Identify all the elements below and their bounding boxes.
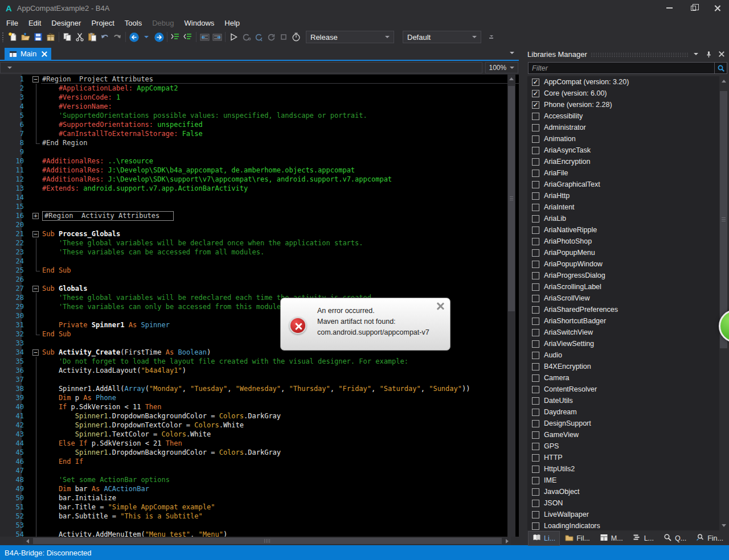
- dialog-close-icon[interactable]: [436, 302, 444, 310]
- library-checkbox[interactable]: [532, 477, 539, 484]
- library-checkbox[interactable]: [532, 431, 539, 439]
- library-checkbox[interactable]: ✓: [532, 101, 539, 109]
- tab-list-dropdown-icon[interactable]: [510, 52, 514, 54]
- cut-icon[interactable]: [73, 31, 86, 43]
- library-checkbox[interactable]: [532, 386, 539, 393]
- save-icon[interactable]: [32, 31, 44, 43]
- menu-tools[interactable]: Tools: [120, 17, 147, 29]
- next-sub-icon[interactable]: [211, 31, 223, 43]
- panel-tab-libraries-book[interactable]: Li...: [528, 531, 560, 546]
- library-checkbox[interactable]: [532, 522, 539, 530]
- connect-bridge-icon[interactable]: [252, 31, 265, 43]
- library-checkbox[interactable]: [532, 124, 539, 131]
- library-checkbox[interactable]: [532, 170, 539, 177]
- library-checkbox[interactable]: [532, 363, 539, 370]
- comment-selection-icon[interactable]: [169, 31, 182, 43]
- library-checkbox[interactable]: [532, 318, 539, 325]
- panel-tab-find-references[interactable]: Fin...: [691, 531, 728, 546]
- library-checkbox[interactable]: [532, 215, 539, 223]
- library-filter-input[interactable]: [528, 62, 714, 74]
- fold-toggle-icon[interactable]: −: [32, 75, 41, 84]
- panel-tab-modules-grid[interactable]: M...: [595, 531, 628, 546]
- menu-designer[interactable]: Designer: [46, 17, 86, 29]
- tab-main[interactable]: Main: [5, 48, 51, 60]
- undo-icon[interactable]: [99, 31, 111, 43]
- library-filter-search-button[interactable]: [714, 62, 727, 74]
- clean-project-icon[interactable]: [290, 31, 302, 43]
- export-package-icon[interactable]: [44, 31, 57, 43]
- scroll-down-icon[interactable]: [722, 524, 726, 527]
- scroll-right-icon[interactable]: [506, 539, 509, 543]
- editor-horizontal-scrollbar[interactable]: [0, 537, 519, 545]
- library-checkbox[interactable]: [532, 113, 539, 120]
- library-checkbox[interactable]: [532, 443, 539, 450]
- panel-tab-files-folder[interactable]: Fil...: [560, 531, 595, 546]
- library-checkbox[interactable]: [532, 500, 539, 507]
- navigate-back-icon[interactable]: [128, 31, 140, 43]
- menu-edit[interactable]: Edit: [23, 17, 46, 29]
- connect-device-icon[interactable]: [240, 31, 252, 43]
- library-checkbox[interactable]: [532, 192, 539, 200]
- library-checkbox[interactable]: [532, 420, 539, 427]
- stop-icon[interactable]: [277, 31, 290, 43]
- library-checkbox[interactable]: [532, 511, 539, 518]
- library-checkbox[interactable]: [532, 204, 539, 211]
- redo-icon[interactable]: [111, 31, 124, 43]
- panel-tab-quick-search[interactable]: Q...: [659, 531, 691, 546]
- panel-drag-texture[interactable]: [591, 52, 688, 57]
- library-checkbox[interactable]: [532, 295, 539, 302]
- previous-sub-icon[interactable]: [198, 31, 211, 43]
- toolbar-grip[interactable]: [2, 32, 5, 42]
- editor-vertical-scrollbar[interactable]: [507, 75, 515, 537]
- menu-windows[interactable]: Windows: [179, 17, 220, 29]
- menu-file[interactable]: File: [1, 17, 23, 29]
- library-checkbox[interactable]: [532, 272, 539, 279]
- library-checkbox[interactable]: [532, 238, 539, 245]
- navigate-forward-icon[interactable]: [153, 31, 165, 43]
- minimize-button[interactable]: [657, 0, 681, 16]
- collapsed-region[interactable]: #Region Activity Attributes: [42, 211, 174, 221]
- library-checkbox[interactable]: [532, 181, 539, 188]
- library-checkbox[interactable]: [532, 249, 539, 257]
- library-checkbox[interactable]: [532, 227, 539, 234]
- navigation-history-dropdown-icon[interactable]: [140, 31, 153, 43]
- restore-button[interactable]: [681, 0, 705, 16]
- library-checkbox[interactable]: [532, 352, 539, 359]
- panel-splitter[interactable]: [519, 44, 525, 545]
- close-button[interactable]: [705, 0, 729, 16]
- menu-help[interactable]: Help: [219, 17, 245, 29]
- library-checkbox[interactable]: ✓: [532, 79, 539, 86]
- scroll-up-icon[interactable]: [509, 77, 514, 80]
- library-scroll-thumb[interactable]: [720, 91, 727, 348]
- library-checkbox[interactable]: [532, 306, 539, 314]
- library-checkbox[interactable]: [532, 466, 539, 473]
- open-icon[interactable]: [19, 31, 32, 43]
- library-scrollbar[interactable]: [719, 76, 728, 530]
- library-checkbox[interactable]: ✓: [532, 90, 539, 97]
- menu-project[interactable]: Project: [86, 17, 119, 29]
- library-checkbox[interactable]: [532, 283, 539, 291]
- vertical-scroll-thumb[interactable]: [508, 86, 515, 311]
- library-checkbox[interactable]: [532, 147, 539, 154]
- reconnect-icon[interactable]: [265, 31, 277, 43]
- library-checkbox[interactable]: [532, 135, 539, 143]
- copy-icon[interactable]: [61, 31, 73, 43]
- library-checkbox[interactable]: [532, 409, 539, 416]
- library-checkbox[interactable]: [532, 261, 539, 268]
- library-checkbox[interactable]: [532, 329, 539, 336]
- library-checkbox[interactable]: [532, 374, 539, 382]
- library-checkbox[interactable]: [532, 454, 539, 462]
- fold-toggle-icon[interactable]: −: [32, 229, 41, 238]
- panel-close-button[interactable]: [716, 50, 726, 59]
- fold-toggle-icon[interactable]: −: [32, 348, 41, 357]
- uncomment-selection-icon[interactable]: [182, 31, 194, 43]
- run-mode-select[interactable]: Default: [403, 31, 481, 43]
- paste-icon[interactable]: [86, 31, 99, 43]
- panel-position-button[interactable]: [691, 50, 701, 59]
- build-configuration-select[interactable]: Release: [306, 31, 394, 43]
- fold-toggle-icon[interactable]: +: [32, 211, 41, 220]
- library-checkbox[interactable]: [532, 397, 539, 405]
- scroll-up-icon[interactable]: [722, 80, 726, 83]
- new-icon[interactable]: [7, 31, 19, 43]
- horizontal-scroll-thumb[interactable]: [33, 538, 502, 544]
